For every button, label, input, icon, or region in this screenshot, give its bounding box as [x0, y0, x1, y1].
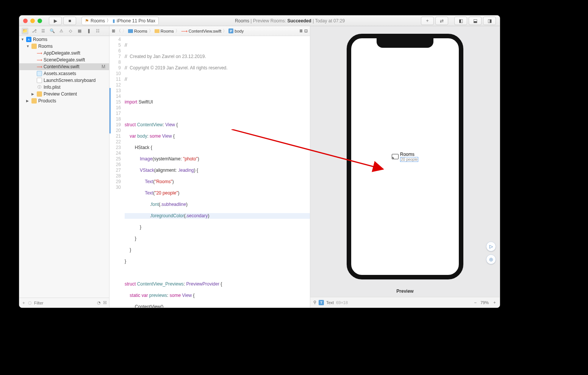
issue-navigator-tab[interactable]: ⚠ [58, 28, 65, 35]
tree-file-appdelegate[interactable]: ⟶AppDelegate.swift [19, 50, 109, 56]
navigator-tabs: 📁 ⎇ ☰ 🔍 ⚠ ◇ ▦ ❚ ☷ [19, 26, 109, 36]
code-review-button[interactable]: ⇄ [435, 17, 448, 25]
scheme-device: iPhone 11 Pro Max [117, 18, 155, 24]
zoom-window-button[interactable] [38, 19, 42, 23]
debug-navigator-tab[interactable]: ▦ [76, 28, 83, 35]
xcode-window: ▶ ■ ⚑ Rooms 〉 ▮ iPhone 11 Pro Max Rooms … [19, 15, 500, 308]
library-button[interactable]: ＋ [421, 17, 434, 25]
titlebar: ▶ ■ ⚑ Rooms 〉 ▮ iPhone 11 Pro Max Rooms … [19, 16, 500, 26]
forward-button[interactable]: 〉 [122, 28, 127, 34]
recent-filter-icon[interactable]: ◔ [97, 300, 101, 305]
report-navigator-tab[interactable]: ☷ [94, 28, 101, 35]
tree-file-info[interactable]: ⓘInfo.plist [19, 84, 109, 91]
adjust-editor-icon[interactable]: ⊡ [304, 28, 308, 33]
find-navigator-tab[interactable]: 🔍 [49, 28, 56, 35]
tree-file-contentview[interactable]: ⟶ContentView.swift M [19, 63, 109, 70]
filter-scope-icon[interactable]: ◌ [28, 300, 32, 305]
project-navigator-tab[interactable]: 📁 [22, 28, 28, 35]
tree-file-scenedelegate[interactable]: ⟶SceneDelegate.swift [19, 56, 109, 63]
line-gutter: 4567891011121314151617181920212223242526… [109, 36, 123, 308]
navigator-panel: 📁 ⎇ ☰ 🔍 ⚠ ◇ ▦ ❚ ☷ ▼A Rooms ▼ Rooms [19, 26, 109, 308]
toggle-inspector-button[interactable]: ◨ [483, 17, 496, 25]
tree-project-root[interactable]: ▼A Rooms [19, 36, 109, 43]
navigator-filter-input[interactable] [34, 301, 95, 305]
add-target-button[interactable]: ＋ [22, 300, 26, 306]
selected-type-icon: T [319, 300, 324, 305]
symbol-navigator-tab[interactable]: ☰ [40, 28, 47, 35]
scm-status-badge: M [102, 64, 107, 69]
zoom-in-button[interactable]: ＋ [493, 300, 497, 305]
stop-button[interactable]: ■ [63, 17, 76, 25]
run-button[interactable]: ▶ [49, 17, 62, 25]
toggle-debug-button[interactable]: ⬓ [469, 17, 482, 25]
editor-options-icon[interactable]: ≣ [299, 28, 303, 33]
navigator-filter-bar: ＋ ◌ ◔ ☒ [19, 298, 109, 308]
back-button[interactable]: 〈 [117, 28, 121, 34]
scheme-project: Rooms [91, 18, 105, 24]
activity-viewer: Rooms | Preview Rooms: Succeeded | Today… [162, 18, 418, 24]
zoom-level-label: 79% [480, 300, 489, 305]
related-items-icon[interactable]: ⊞ [112, 28, 115, 33]
jump-bar[interactable]: ⊞ 〈 〉 Rooms 〉 Rooms 〉 ⟶ContentView.swift… [109, 26, 310, 36]
breakpoint-navigator-tab[interactable]: ❚ [85, 28, 92, 35]
tree-group-rooms[interactable]: ▼ Rooms [19, 43, 109, 50]
tree-group-preview-content[interactable]: ▶ Preview Content [19, 91, 109, 97]
live-preview-button[interactable]: ▷ [486, 242, 496, 251]
selected-type-label: Text [326, 300, 334, 305]
minimize-window-button[interactable] [30, 19, 35, 23]
zoom-out-button[interactable]: − [474, 300, 477, 305]
preview-footer: ⚲ T Text 69×18 − 79% ＋ [310, 297, 500, 308]
project-navigator[interactable]: ▼A Rooms ▼ Rooms ⟶AppDelegate.swift ⟶Sce… [19, 36, 109, 298]
pin-preview-icon[interactable]: ⚲ [313, 300, 316, 305]
scm-filter-icon[interactable]: ☒ [103, 300, 107, 305]
toggle-navigator-button[interactable]: ◧ [454, 17, 467, 25]
scheme-selector[interactable]: ⚑ Rooms 〉 ▮ iPhone 11 Pro Max [81, 17, 159, 25]
device-notch [377, 38, 433, 48]
selected-size-label: 69×18 [336, 300, 348, 305]
source-control-navigator-tab[interactable]: ⎇ [31, 28, 38, 35]
svg-line-0 [231, 129, 383, 169]
traffic-lights [23, 19, 42, 23]
change-bar [109, 88, 111, 133]
tree-group-products[interactable]: ▶ Products [19, 97, 109, 104]
tree-file-assets[interactable]: Assets.xcassets [19, 70, 109, 77]
preview-inspect-button[interactable]: ◎ [486, 254, 496, 264]
close-window-button[interactable] [23, 19, 28, 23]
test-navigator-tab[interactable]: ◇ [67, 28, 74, 35]
tree-file-launchscreen[interactable]: LaunchScreen.storyboard [19, 77, 109, 84]
annotation-arrow [231, 129, 410, 190]
preview-label: Preview [310, 287, 500, 297]
